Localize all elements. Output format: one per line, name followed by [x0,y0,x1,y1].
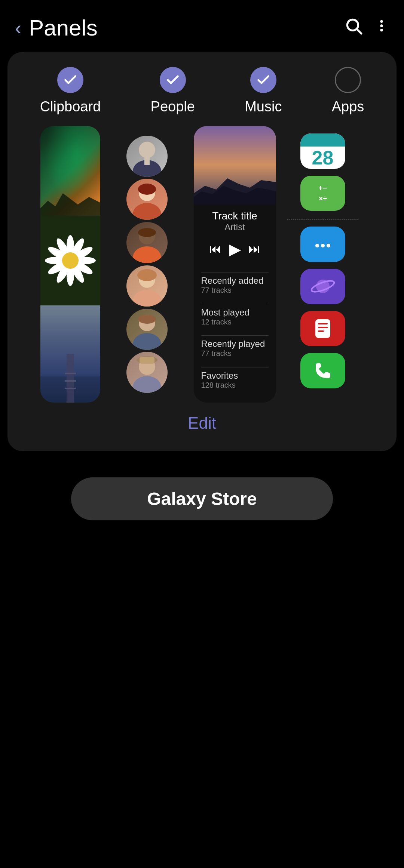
svg-rect-56 [318,330,324,332]
edit-button[interactable]: Edit [188,414,216,433]
tab-label-clipboard: Clipboard [40,99,101,115]
svg-rect-23 [65,388,76,389]
tab-clipboard[interactable]: Clipboard [40,67,101,115]
header: ‹ Panels [0,0,404,48]
svg-point-24 [139,142,155,158]
svg-point-40 [133,376,161,393]
svg-point-50 [327,244,330,247]
svg-rect-53 [315,319,330,338]
svg-point-28 [133,203,161,220]
music-track-artist: Artist [199,222,270,233]
tab-check-people [160,67,186,93]
svg-point-38 [138,315,156,324]
person-avatar-2[interactable] [126,179,168,220]
svg-line-1 [357,29,361,33]
svg-rect-22 [65,380,76,382]
svg-point-35 [137,269,157,281]
playlist-item-name-4: Favorites [201,370,269,381]
clipboard-panel[interactable] [40,126,100,403]
playlist-item-name-2: Most played [201,307,269,318]
svg-point-2 [380,20,383,22]
panels-row: Track title Artist ⏮ ▶ ⏭ Recently added … [15,126,389,403]
header-actions [344,16,389,40]
playlist-item-count-1: 77 tracks [201,286,269,295]
page-title: Panels [29,15,344,41]
main-container: Clipboard People Music Apps [7,52,397,451]
apps-divider [287,219,358,220]
svg-text:×÷: ×÷ [318,194,327,203]
svg-point-29 [138,184,156,195]
svg-rect-21 [65,373,76,374]
apps-panel[interactable]: 28 +− ×÷ [282,126,364,403]
more-menu-icon[interactable] [374,16,389,40]
svg-rect-55 [318,327,328,328]
playlist-item-name-1: Recently added [201,276,269,286]
panel-tabs: Clipboard People Music Apps [15,67,389,115]
playlist-item-3[interactable]: Recently played 77 tracks [201,335,269,361]
svg-point-32 [138,228,156,237]
person-avatar-1[interactable] [126,136,168,177]
playlist-item-2[interactable]: Most played 12 tracks [201,304,269,329]
person-avatar-3[interactable] [126,222,168,263]
tab-check-apps [335,67,361,93]
aurora-image [40,126,100,216]
svg-marker-5 [40,193,100,216]
svg-point-49 [321,244,325,247]
search-icon[interactable] [344,16,363,40]
person-avatar-6[interactable] [126,352,168,393]
galaxy-store-button[interactable]: Galaxy Store [71,477,333,520]
music-track-info: Track title Artist [194,204,276,236]
svg-rect-42 [140,357,154,364]
svg-point-37 [133,333,161,350]
galaxy-store-section: Galaxy Store [0,455,404,535]
person-avatar-4[interactable] [126,265,168,307]
svg-point-18 [62,252,79,269]
svg-point-31 [133,246,161,263]
next-track-button[interactable]: ⏭ [248,242,260,256]
svg-rect-54 [318,323,328,324]
app-icon-calculator[interactable]: +− ×÷ [300,176,345,211]
music-track-title: Track title [199,210,270,222]
app-icon-chat[interactable] [300,227,345,262]
svg-rect-20 [67,354,74,403]
person-avatar-5[interactable] [126,309,168,350]
music-playlist: Recently added 77 tracks Most played 12 … [194,262,276,403]
pier-image [40,305,100,403]
play-button[interactable]: ▶ [229,240,241,258]
daisy-image [40,216,100,305]
playlist-item-count-3: 77 tracks [201,349,269,358]
tab-check-music [250,67,276,93]
svg-text:+−: +− [318,184,327,192]
playlist-item-1[interactable]: Recently added 77 tracks [201,272,269,298]
app-icon-phone[interactable] [300,353,345,388]
svg-point-4 [380,29,383,31]
tab-label-apps: Apps [332,99,364,115]
playlist-item-count-2: 12 tracks [201,318,269,326]
tab-label-people: People [151,99,195,115]
app-icon-paper[interactable] [300,311,345,347]
people-panel[interactable] [106,126,188,403]
calendar-number: 28 [312,147,334,169]
tab-label-music: Music [245,99,282,115]
tab-apps[interactable]: Apps [332,67,364,115]
playlist-item-name-3: Recently played [201,339,269,349]
svg-point-34 [133,290,161,307]
tab-check-clipboard [57,67,83,93]
tab-music[interactable]: Music [245,67,282,115]
app-icon-calendar[interactable]: 28 [300,133,345,169]
back-button[interactable]: ‹ [15,17,21,39]
playlist-item-count-4: 128 tracks [201,381,269,390]
edit-button-wrap: Edit [15,414,389,433]
music-album-art [194,126,276,204]
app-icon-orbit[interactable] [300,269,345,304]
playlist-item-4[interactable]: Favorites 128 tracks [201,367,269,393]
music-panel[interactable]: Track title Artist ⏮ ▶ ⏭ Recently added … [194,126,276,403]
svg-point-3 [380,24,383,27]
svg-rect-26 [144,157,150,165]
music-controls: ⏮ ▶ ⏭ [194,236,276,262]
tab-people[interactable]: People [151,67,195,115]
svg-point-48 [315,244,319,247]
prev-track-button[interactable]: ⏮ [209,242,221,256]
